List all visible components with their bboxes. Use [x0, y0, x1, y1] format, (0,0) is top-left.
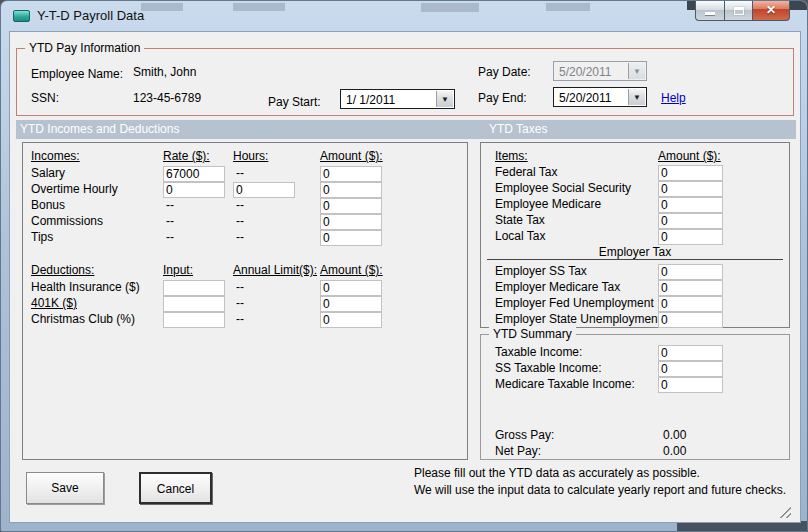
tax-label: Employer Fed Unemployment — [495, 296, 654, 310]
pay-end-value: 5/20/2011 — [559, 91, 612, 105]
gross-pay-value: 0.00 — [663, 428, 686, 442]
tax-label: Employee Social Security — [495, 181, 631, 195]
employer-state-unemployment-input[interactable] — [658, 312, 723, 328]
salary-amount-input[interactable] — [320, 166, 382, 182]
annual-limit-header: Annual Limit($): — [233, 263, 317, 277]
table-row: Bonus -- -- — [23, 198, 467, 214]
maximize-icon — [734, 7, 744, 15]
employee-name-value: Smith, John — [133, 65, 196, 79]
maximize-button[interactable] — [724, 1, 753, 21]
chevron-down-icon[interactable]: ▼ — [436, 91, 453, 107]
gross-pay-row: Gross Pay: 0.00 — [481, 428, 789, 444]
income-label: Tips — [31, 230, 53, 244]
incomes-deductions-panel: Incomes: Rate ($): Hours: Amount ($): Sa… — [22, 142, 468, 460]
chevron-down-icon: ▼ — [628, 63, 645, 79]
employee-ss-input[interactable] — [658, 181, 723, 197]
cancel-button[interactable]: Cancel — [139, 472, 212, 504]
items-header: Items: — [495, 149, 528, 163]
app-icon — [13, 10, 30, 22]
ssn-label: SSN: — [31, 91, 59, 105]
table-row: Salary -- — [23, 166, 467, 182]
save-button[interactable]: Save — [26, 472, 104, 504]
taxable-income-input[interactable] — [658, 345, 723, 361]
dialog-window: Y-T-D Payroll Data ✕ YTD Pay Information… — [0, 0, 808, 532]
table-row: SS Taxable Income: — [481, 361, 789, 377]
table-row: Commissions -- -- — [23, 214, 467, 230]
christmas-club-limit: -- — [236, 312, 244, 326]
income-label: Salary — [31, 166, 65, 180]
table-row: Tips -- -- — [23, 230, 467, 246]
salary-rate-input[interactable] — [163, 166, 225, 182]
income-label: Overtime Hourly — [31, 182, 118, 196]
pay-info-legend: YTD Pay Information — [25, 41, 144, 55]
health-insurance-amount-input[interactable] — [320, 280, 382, 296]
footer-note-line2: We will use the input data to calculate … — [414, 482, 786, 499]
overtime-rate-input[interactable] — [163, 182, 225, 198]
tax-label: Employer SS Tax — [495, 264, 587, 278]
commissions-amount-input[interactable] — [320, 214, 382, 230]
pay-start-label: Pay Start: — [268, 95, 321, 109]
state-tax-input[interactable] — [658, 213, 723, 229]
table-row: Taxable Income: — [481, 345, 789, 361]
christmas-club-amount-input[interactable] — [320, 312, 382, 328]
federal-tax-input[interactable] — [658, 165, 723, 181]
pay-end-label: Pay End: — [478, 91, 527, 105]
hours-header: Hours: — [233, 149, 268, 163]
rate-header: Rate ($): — [163, 149, 210, 163]
footer-note-line1: Please fill out the YTD data as accurate… — [414, 465, 786, 482]
input-header: Input: — [163, 263, 193, 277]
pay-date-value: 5/20/2011 — [559, 65, 612, 79]
income-label: Commissions — [31, 214, 103, 228]
table-row: Christmas Club (%) -- — [23, 312, 467, 328]
employer-medicare-input[interactable] — [658, 280, 723, 296]
income-label: Bonus — [31, 198, 65, 212]
ss-taxable-income-input[interactable] — [658, 361, 723, 377]
minimize-button[interactable] — [695, 1, 724, 21]
bonus-hours-value: -- — [236, 198, 244, 212]
deduction-label-401k[interactable]: 401K ($) — [31, 296, 77, 310]
medicare-taxable-income-input[interactable] — [658, 377, 723, 393]
overtime-hours-input[interactable] — [233, 182, 295, 198]
christmas-club-input[interactable] — [163, 312, 225, 328]
table-row: 401K ($) -- — [23, 296, 467, 312]
pay-start-value: 1/ 1/2011 — [346, 93, 395, 107]
chevron-down-icon[interactable]: ▼ — [628, 89, 645, 105]
table-row: Employee Medicare — [481, 197, 789, 213]
pay-end-dropdown[interactable]: 5/20/2011 ▼ — [553, 87, 647, 107]
pay-start-dropdown[interactable]: 1/ 1/2011 ▼ — [340, 89, 455, 109]
health-insurance-input[interactable] — [163, 280, 225, 296]
bonus-amount-input[interactable] — [320, 198, 382, 214]
table-row: Local Tax — [481, 229, 789, 245]
salary-hours-value: -- — [236, 166, 244, 180]
employee-medicare-input[interactable] — [658, 197, 723, 213]
401k-limit: -- — [236, 296, 244, 310]
net-pay-row: Net Pay: 0.00 — [481, 444, 789, 460]
tax-label: Federal Tax — [495, 165, 557, 179]
employer-ss-input[interactable] — [658, 264, 723, 280]
401k-amount-input[interactable] — [320, 296, 382, 312]
overtime-amount-input[interactable] — [320, 182, 382, 198]
pay-date-label: Pay Date: — [478, 65, 531, 79]
taxes-section-header: YTD Taxes — [489, 122, 547, 136]
401k-input[interactable] — [163, 296, 225, 312]
cancel-button-label: Cancel — [157, 482, 194, 496]
table-row: Employer State Unemployment — [481, 312, 789, 328]
incomes-header-row: Incomes: Rate ($): Hours: Amount ($): — [23, 149, 467, 165]
tips-amount-input[interactable] — [320, 230, 382, 246]
resize-grip[interactable] — [777, 504, 791, 518]
help-link[interactable]: Help — [661, 91, 686, 105]
net-pay-value: 0.00 — [663, 444, 686, 458]
close-button[interactable]: ✕ — [753, 1, 790, 21]
bonus-rate-value: -- — [166, 198, 174, 212]
net-pay-label: Net Pay: — [495, 444, 541, 458]
table-row: Overtime Hourly — [23, 182, 467, 198]
employer-fed-unemployment-input[interactable] — [658, 296, 723, 312]
deduction-label: Christmas Club (%) — [31, 312, 135, 326]
title-bar[interactable]: Y-T-D Payroll Data ✕ — [1, 1, 807, 31]
local-tax-input[interactable] — [658, 229, 723, 245]
amount-header: Amount ($): — [320, 263, 383, 277]
health-insurance-limit: -- — [236, 280, 244, 294]
incomes-section-header: YTD Incomes and Deductions — [20, 122, 179, 136]
window-controls: ✕ — [695, 1, 790, 21]
footer-note: Please fill out the YTD data as accurate… — [414, 465, 786, 499]
